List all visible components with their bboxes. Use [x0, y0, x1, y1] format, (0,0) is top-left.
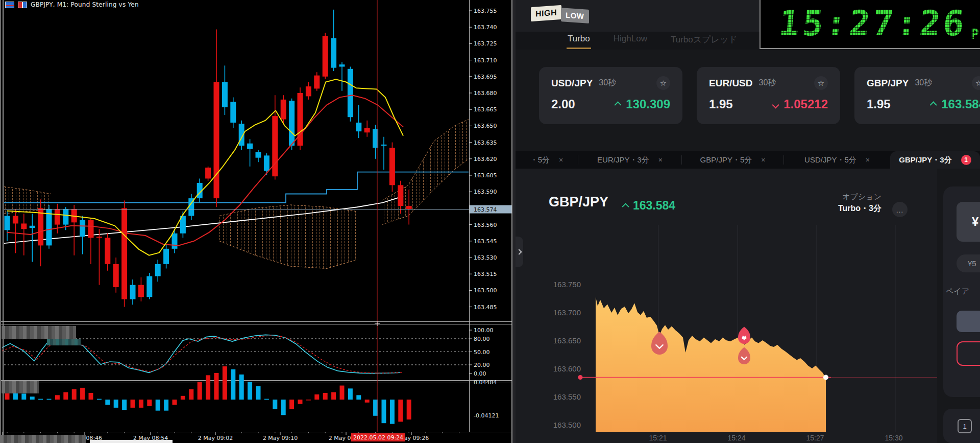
high-button[interactable]	[957, 311, 980, 332]
card-eurusd[interactable]: EUR/USD 30秒 ☆ 1.95 1.05212	[697, 67, 840, 124]
svg-text:163.515: 163.515	[474, 271, 497, 277]
quick-amount-button[interactable]: ¥5	[957, 254, 980, 272]
chart-menu-button[interactable]: …	[892, 202, 908, 217]
position-tab-label: EUR/JPY・3分	[597, 155, 649, 165]
svg-text:163.500: 163.500	[553, 421, 581, 429]
position-tab-cut[interactable]: ・5分 ×	[516, 151, 578, 169]
svg-text:163.485: 163.485	[474, 304, 497, 311]
quick-amount-label: ¥5	[968, 259, 976, 268]
position-tab-usdjpy-5min[interactable]: USD/JPY・5分 ×	[784, 151, 890, 169]
svg-text:¥: ¥	[742, 334, 746, 342]
svg-text:100.00: 100.00	[474, 327, 494, 334]
position-tab-gbpjpy-3min-active[interactable]: GBP/JPY・3分 1	[890, 151, 980, 169]
highlow-app: 163.750163.700163.650163.600163.550163.5…	[516, 0, 980, 443]
arrow-down-icon	[772, 101, 779, 108]
instrument-cards: USD/JPY 30秒 ☆ 2.00 130.309 EUR/USD 30秒 ☆…	[539, 67, 980, 124]
duration-label: 30秒	[599, 78, 616, 88]
pair-label: GBP/JPY	[867, 78, 909, 89]
svg-text:50.00: 50.00	[474, 349, 490, 356]
svg-text:15:27: 15:27	[806, 434, 824, 442]
indicator-label-blurred	[2, 326, 76, 339]
svg-text:163.755: 163.755	[474, 8, 497, 14]
favorite-star-icon[interactable]: ☆	[972, 76, 980, 90]
svg-text:163.560: 163.560	[474, 222, 497, 228]
amount-input[interactable]: ¥	[957, 202, 980, 242]
chart-bars-icon	[5, 2, 14, 8]
sidebar-expander[interactable]	[516, 237, 523, 267]
svg-text:163.635: 163.635	[474, 139, 497, 146]
indicator-values-blurred	[47, 339, 81, 345]
clock-time: 15:27:26	[777, 3, 968, 43]
payout-value: 1.95	[867, 97, 891, 111]
arrow-up-icon	[930, 101, 937, 108]
logo-low-badge: LOW	[561, 8, 589, 24]
tab-highlow[interactable]: HighLow	[612, 32, 648, 48]
position-tab-label: GBP/JPY・3分	[899, 155, 951, 165]
mt4-chart-svg[interactable]: 163.755163.740163.725163.710163.695163.6…	[0, 0, 512, 443]
svg-text:163.500: 163.500	[474, 287, 497, 294]
favorite-star-icon[interactable]: ☆	[656, 76, 670, 90]
svg-text:163.680: 163.680	[474, 90, 497, 97]
close-icon[interactable]: ×	[658, 156, 663, 164]
pair-label: EUR/USD	[709, 78, 753, 89]
svg-text:163.710: 163.710	[474, 57, 497, 64]
svg-text:163.725: 163.725	[474, 40, 497, 47]
svg-text:163.740: 163.740	[474, 24, 497, 31]
svg-text:163.665: 163.665	[474, 106, 497, 113]
currency-symbol: ¥	[972, 215, 978, 229]
svg-text:163.545: 163.545	[474, 238, 497, 245]
svg-text:163.620: 163.620	[474, 156, 497, 162]
option-label: オプション	[828, 192, 881, 202]
position-tab-eurjpy-3min[interactable]: EUR/JPY・3分 ×	[578, 151, 681, 169]
price-value: 130.309	[626, 97, 670, 111]
low-button[interactable]	[957, 341, 980, 366]
close-icon[interactable]: ×	[559, 156, 563, 164]
chart-symbol: GBP/JPY	[549, 194, 608, 210]
taskbar-blurred	[0, 435, 86, 443]
chevron-right-icon	[516, 249, 522, 254]
chart-title: GBPJPY, M1: Pound Sterling vs Yen	[31, 1, 139, 8]
svg-text:15:30: 15:30	[885, 434, 902, 442]
svg-text:15:21: 15:21	[649, 434, 667, 442]
position-tab-label: USD/JPY・5分	[804, 155, 856, 165]
position-tab-gbpjpy-5min[interactable]: GBP/JPY・5分 ×	[682, 151, 783, 169]
duration-label: 30秒	[915, 78, 932, 88]
trades-section: 1	[943, 409, 980, 443]
svg-text:80.00: 80.00	[474, 336, 490, 342]
tab-turbo[interactable]: Turbo	[567, 32, 591, 49]
card-gbpjpy[interactable]: GBP/JPY 30秒 ☆ 1.95 163.584	[854, 67, 980, 124]
duration-label: 30秒	[759, 78, 776, 88]
close-icon[interactable]: ×	[866, 156, 870, 164]
trade-count: 1	[963, 423, 966, 430]
logo-high-badge: HIGH	[531, 5, 561, 21]
digital-clock: 15:27:26 P	[760, 0, 980, 49]
active-trades-icon[interactable]: 1	[958, 419, 972, 433]
clock-suffix: P	[971, 27, 980, 42]
svg-text:-0.04121: -0.04121	[474, 412, 499, 419]
option-value: Turbo・3分	[828, 203, 881, 214]
svg-text:163.695: 163.695	[474, 74, 497, 80]
position-count-badge: 1	[961, 155, 971, 165]
payout-value: 1.95	[709, 97, 733, 111]
svg-text:163.700: 163.700	[553, 308, 581, 317]
trade-panel: ¥ ¥5 ペイア	[943, 186, 980, 397]
svg-text:163.574: 163.574	[474, 206, 497, 213]
svg-text:163.750: 163.750	[553, 280, 581, 289]
indicator-label-blurred	[2, 381, 39, 393]
taskbar-item	[90, 440, 173, 443]
favorite-star-icon[interactable]: ☆	[814, 76, 828, 90]
svg-text:2 May 09:10: 2 May 09:10	[263, 435, 298, 441]
close-icon[interactable]: ×	[761, 156, 765, 164]
svg-text:2 May 09:02: 2 May 09:02	[198, 435, 233, 441]
svg-text:163.650: 163.650	[474, 123, 497, 129]
svg-text:163.550: 163.550	[553, 392, 581, 401]
mt4-window: 163.755163.740163.725163.710163.695163.6…	[0, 0, 512, 443]
card-usdjpy[interactable]: USD/JPY 30秒 ☆ 2.00 130.309	[539, 67, 682, 124]
trade-panel-column: ¥ ¥5 ペイア 1	[937, 169, 980, 443]
highlow-logo[interactable]: HIGH LOW	[531, 6, 589, 20]
tab-turbo-spread[interactable]: Turboスプレッド	[670, 32, 739, 49]
payout-label: ペイア	[946, 287, 969, 296]
position-tab-label: GBP/JPY・5分	[700, 155, 752, 165]
svg-text:163.600: 163.600	[553, 364, 581, 373]
svg-text:2022.05.02 09:24: 2022.05.02 09:24	[353, 434, 403, 441]
